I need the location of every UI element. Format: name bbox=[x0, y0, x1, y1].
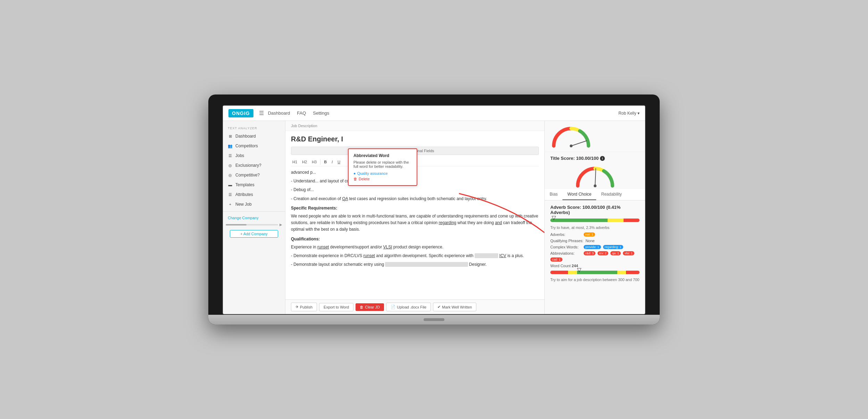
change-company[interactable]: Change Company bbox=[223, 214, 285, 222]
add-company-button[interactable]: + Add Company bbox=[230, 230, 278, 238]
gauge-section-2 bbox=[545, 164, 645, 189]
abbr-badge-1: r&d: 3 bbox=[584, 251, 595, 255]
triangle-down-word-icon: ▽ bbox=[577, 267, 581, 273]
trash-icon-clear: 🗑 bbox=[360, 305, 364, 309]
publish-button[interactable]: ✈ Publish bbox=[291, 303, 317, 311]
svg-line-1 bbox=[571, 141, 587, 146]
sidebar-item-label: Competitive? bbox=[235, 173, 260, 178]
bar-red bbox=[624, 219, 640, 222]
tab-bias[interactable]: Bias bbox=[545, 189, 562, 200]
svg-point-4 bbox=[594, 184, 596, 187]
complex-badge-2: regarding: 1 bbox=[603, 245, 623, 249]
adverbs-row: Adverbs: not: 1 bbox=[550, 232, 640, 237]
upload-button[interactable]: 📄 Upload .docx File bbox=[386, 303, 431, 311]
toolbar-italic[interactable]: I bbox=[330, 159, 334, 165]
complex-label: Complex Words: bbox=[550, 245, 582, 249]
mark-button[interactable]: ✔ Mark Well Written bbox=[433, 303, 476, 311]
bar-indicator: ▽ bbox=[552, 214, 556, 221]
popup-delete[interactable]: 🗑 Delete bbox=[353, 177, 412, 181]
right-panel: Title Score: 100.00/100 i bbox=[544, 121, 645, 314]
adverbs-badge: not: 1 bbox=[584, 232, 595, 237]
bar-yellow bbox=[608, 219, 624, 222]
toolbar-bold[interactable]: B bbox=[323, 159, 328, 165]
toolbar-h2[interactable]: H2 bbox=[301, 159, 308, 165]
title-score-text: Title Score: 100.00/100 bbox=[550, 156, 599, 161]
adverb-bar bbox=[550, 219, 640, 222]
nav-faq[interactable]: FAQ bbox=[297, 110, 306, 116]
word-count-bar bbox=[550, 271, 640, 274]
sidebar-item-competitive[interactable]: ◎ Competitive? bbox=[223, 170, 285, 180]
sidebar-item-dashboard[interactable]: ⊞ Dashboard bbox=[223, 131, 285, 141]
svg-line-3 bbox=[595, 169, 596, 186]
and-link: and bbox=[495, 220, 502, 225]
word-count-label: Word Count bbox=[550, 264, 571, 268]
popup-title: Abbreviated Word bbox=[353, 153, 412, 158]
adverb-score-label: Try to have, at most, 2.3% adverbs bbox=[550, 225, 640, 230]
sidebar-item-competitors[interactable]: 👥 Competitors bbox=[223, 141, 285, 151]
tabs-row: Bias Word Choice Readability bbox=[545, 189, 645, 200]
bottom-toolbar: ✈ Publish Export to Word 🗑 Clear JD 📄 Up… bbox=[285, 299, 544, 314]
editor-panel: Show Additional Fields H1 H2 H3 B I U bbox=[285, 131, 544, 299]
content-line-3: - Creation and execution of QA test case… bbox=[291, 196, 539, 202]
toolbar-separator bbox=[320, 159, 320, 165]
regarding-link: regarding bbox=[439, 220, 457, 225]
adverb-title: Adverb Score: 100.00/100 (0.41% Adverbs) bbox=[550, 205, 640, 215]
title-score-row: Title Score: 100.00/100 i bbox=[545, 152, 645, 164]
sidebar-scroll: ▶ bbox=[223, 222, 285, 227]
nav-settings[interactable]: Settings bbox=[313, 110, 329, 116]
laptop-bottom bbox=[208, 315, 660, 324]
tab-word-choice[interactable]: Word Choice bbox=[562, 189, 596, 200]
gauge-svg-small bbox=[550, 125, 592, 148]
blurred-1: ████████ bbox=[475, 253, 498, 258]
adverbs-label: Adverbs: bbox=[550, 232, 582, 237]
popup-quality-assurance[interactable]: ● Quality assurance bbox=[353, 171, 412, 175]
complex-badge-1: provide: 1 bbox=[584, 245, 601, 249]
sidebar-item-attributes[interactable]: ☰ Attributes bbox=[223, 190, 285, 199]
clear-button[interactable]: 🗑 Clear JD bbox=[356, 303, 384, 311]
qualifications-title: Qualifications: bbox=[291, 236, 539, 243]
sidebar-item-exclusionary[interactable]: ◎ Exclusionary? bbox=[223, 161, 285, 170]
triangle-down-icon: ▽ bbox=[552, 215, 556, 221]
nav-links: Dashboard FAQ Settings bbox=[268, 110, 329, 116]
job-title-input[interactable] bbox=[291, 135, 539, 143]
scroll-expand[interactable]: ▶ bbox=[279, 223, 282, 227]
content-area: Job Description Show Additional Fields H… bbox=[285, 121, 544, 314]
scroll-thumb bbox=[226, 224, 247, 225]
new-job-icon: + bbox=[228, 202, 233, 207]
wbar-red-left bbox=[550, 271, 568, 274]
export-button[interactable]: Export to Word bbox=[319, 303, 353, 311]
popup-description: Please delete or replace with the full w… bbox=[353, 160, 412, 169]
jobs-icon: ☰ bbox=[228, 153, 233, 158]
app-container: ONGIG ☰ Dashboard FAQ Settings Rob Kelly… bbox=[223, 106, 645, 314]
toolbar-h3[interactable]: H3 bbox=[310, 159, 318, 165]
vlsi-link: VLSI bbox=[383, 245, 392, 249]
hamburger-icon[interactable]: ☰ bbox=[259, 110, 264, 116]
abbreviations-row: Abbreviations: r&d: 3 icv: 2 qa: 1 vlsi:… bbox=[550, 251, 640, 262]
qual-text: Experience in runset development/support… bbox=[291, 244, 539, 250]
sidebar-item-jobs[interactable]: ☰ Jobs bbox=[223, 151, 285, 161]
sidebar-item-new-job[interactable]: + New Job bbox=[223, 199, 285, 209]
icv-link: ICV bbox=[499, 253, 506, 258]
publish-icon: ✈ bbox=[295, 305, 299, 309]
runset-link-2: runset bbox=[364, 253, 375, 258]
toolbar-underline[interactable]: U bbox=[336, 159, 342, 165]
top-nav: ONGIG ☰ Dashboard FAQ Settings Rob Kelly… bbox=[223, 106, 645, 121]
upload-icon: 📄 bbox=[391, 305, 395, 309]
sidebar-item-templates[interactable]: ▬ Templates bbox=[223, 180, 285, 190]
wbar-green bbox=[577, 271, 617, 274]
editor-content[interactable]: advanced p... - Understand... and layout… bbox=[291, 169, 539, 295]
toolbar-h1[interactable]: H1 bbox=[291, 159, 299, 165]
info-icon[interactable]: i bbox=[600, 156, 605, 161]
popup-link-label: Quality assurance bbox=[357, 171, 388, 175]
specific-req-title: Specific Requirements: bbox=[291, 205, 539, 212]
gauge-left bbox=[550, 125, 592, 149]
word-count-indicator: ▽ bbox=[577, 266, 581, 273]
tab-readability[interactable]: Readability bbox=[596, 189, 626, 200]
abbr-badge-5: cad: 1 bbox=[550, 257, 562, 262]
abbreviated-word-popup: Abbreviated Word Please delete or replac… bbox=[348, 148, 417, 186]
nav-user[interactable]: Rob Kelly ▾ bbox=[618, 111, 640, 116]
sidebar-divider bbox=[223, 211, 285, 212]
nav-dashboard[interactable]: Dashboard bbox=[268, 110, 290, 116]
qualifying-value: None bbox=[585, 239, 594, 243]
logo: ONGIG bbox=[228, 109, 253, 117]
